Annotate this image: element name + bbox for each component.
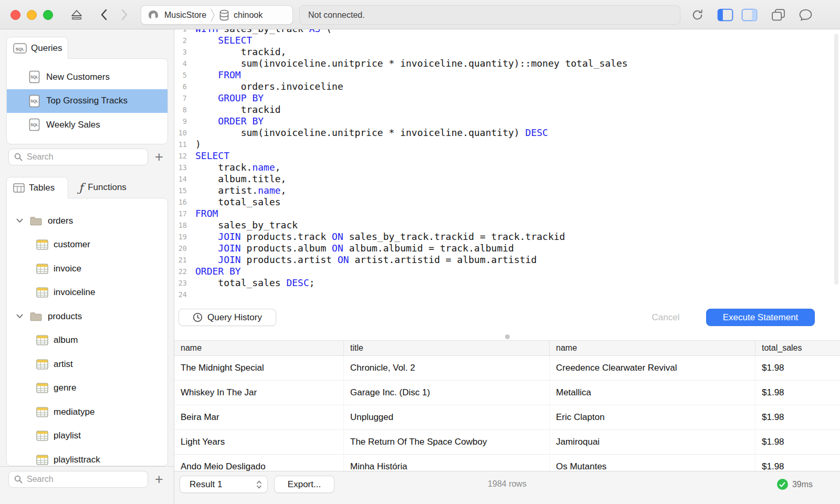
column-header-total_sales[interactable]: total_sales (755, 341, 840, 355)
column-header-name[interactable]: name (174, 341, 344, 355)
table-cell[interactable]: The Midnight Special (174, 356, 344, 381)
tree-item-invoice[interactable]: invoice (7, 257, 167, 281)
table-row[interactable]: Beira MarUnpluggedEric Clapton$1.98 (174, 405, 840, 430)
code-line[interactable]: 6 orders.invoiceline (174, 81, 840, 92)
chevron-down-icon[interactable] (16, 314, 24, 319)
code-line[interactable]: 1WITH sales_by_track AS ( (174, 29, 840, 35)
splitter-handle[interactable] (505, 334, 510, 339)
code-line[interactable]: 23 total_sales DESC; (174, 277, 840, 289)
code-line[interactable]: 11) (174, 139, 840, 150)
table-cell[interactable]: Minha História (344, 455, 550, 471)
code-line[interactable]: 14 album.title, (174, 173, 840, 185)
code-line[interactable]: 12SELECT (174, 150, 840, 162)
table-cell[interactable]: Metallica (550, 381, 755, 405)
toggle-panel-icon[interactable] (740, 0, 758, 29)
windows-icon[interactable] (770, 0, 786, 29)
table-row[interactable]: Whiskey In The JarGarage Inc. (Disc 1)Me… (174, 381, 840, 405)
result-selector[interactable]: Result 1 (180, 476, 268, 493)
code-line[interactable]: 16 total_sales (174, 196, 840, 208)
code-line[interactable]: 3 trackid, (174, 46, 840, 58)
column-header-name[interactable]: name (550, 341, 755, 355)
queries-search-input[interactable] (27, 152, 132, 162)
table-row[interactable]: Light YearsThe Return Of The Space Cowbo… (174, 430, 840, 455)
code-line[interactable]: 2 SELECT (174, 35, 840, 46)
execute-statement-button[interactable]: Execute Statement (706, 309, 815, 326)
add-query-button[interactable]: + (150, 148, 168, 166)
refresh-icon[interactable] (689, 0, 706, 29)
table-cell[interactable]: $1.98 (755, 405, 840, 430)
tables-search-field[interactable] (8, 471, 148, 488)
table-cell[interactable]: Whiskey In The Jar (174, 381, 344, 405)
chevron-down-icon[interactable] (16, 218, 24, 223)
toggle-sidebar-icon[interactable] (716, 0, 734, 29)
table-row[interactable]: The Midnight SpecialChronicle, Vol. 2Cre… (174, 356, 840, 381)
table-cell[interactable]: $1.98 (755, 356, 840, 381)
code-line[interactable]: 9 ORDER BY (174, 116, 840, 127)
code-line[interactable]: 4 sum(invoiceline.unitprice * invoicelin… (174, 58, 840, 69)
code-line[interactable]: 18 sales_by_track (174, 219, 840, 231)
queries-search-field[interactable] (8, 149, 148, 165)
table-cell[interactable]: Creedence Clearwater Revival (550, 356, 755, 381)
code-line[interactable]: 13 track.name, (174, 162, 840, 173)
table-cell[interactable]: Jamiroquai (550, 430, 755, 455)
back-button[interactable] (98, 0, 109, 29)
sidebar-item-query[interactable]: SQLNew Customers (7, 65, 167, 89)
table-cell[interactable]: $1.98 (755, 455, 840, 471)
add-table-button[interactable]: + (150, 470, 168, 489)
tab-queries[interactable]: SQL Queries (6, 37, 68, 59)
code-line[interactable]: 21 JOIN products.artist ON artist.artist… (174, 254, 840, 266)
table-cell[interactable]: Os Mutantes (550, 455, 755, 471)
minimize-window-button[interactable] (27, 10, 37, 20)
code-line[interactable]: 24 (174, 289, 840, 300)
editor-scrollbar[interactable] (834, 34, 838, 285)
code-line[interactable]: 10 sum(invoiceline.unitprice * invoiceli… (174, 127, 840, 139)
sql-text: , (275, 162, 281, 173)
code-line[interactable]: 17FROM (174, 208, 840, 219)
code-line[interactable]: 20 JOIN products.album ON album.albumid … (174, 243, 840, 254)
close-window-button[interactable] (10, 10, 20, 20)
zoom-window-button[interactable] (43, 10, 53, 20)
tree-item-playlist[interactable]: playlist (7, 424, 167, 448)
sql-editor[interactable]: 1WITH sales_by_track AS (2 SELECT3 track… (174, 29, 840, 309)
tree-item-products[interactable]: products (7, 304, 167, 329)
eject-icon[interactable] (69, 0, 85, 29)
tree-item-invoiceline[interactable]: invoiceline (7, 281, 167, 305)
export-button[interactable]: Export... (274, 476, 334, 493)
tree-item-artist[interactable]: artist (7, 352, 167, 376)
code-line[interactable]: 15 artist.name, (174, 185, 840, 196)
tree-item-mediatype[interactable]: mediatype (7, 400, 167, 424)
tree-item-orders[interactable]: orders (7, 209, 167, 233)
table-row[interactable]: Ando Meio DesligadoMinha HistóriaOs Muta… (174, 455, 840, 471)
table-cell[interactable]: Beira Mar (174, 405, 344, 430)
tree-item-customer[interactable]: customer (7, 233, 167, 257)
table-cell[interactable]: Light Years (174, 430, 344, 455)
table-cell[interactable]: $1.98 (755, 430, 840, 455)
breadcrumb-database[interactable]: chinook (219, 9, 262, 21)
connection-status-field[interactable]: Not connected. (299, 5, 680, 25)
tables-search-input[interactable] (27, 475, 132, 484)
table-cell[interactable]: Eric Clapton (550, 405, 755, 430)
tree-item-genre[interactable]: genre (7, 376, 167, 401)
code-line[interactable]: 19 JOIN products.track ON sales_by_track… (174, 231, 840, 243)
table-cell[interactable]: Ando Meio Desligado (174, 455, 344, 471)
table-cell[interactable]: $1.98 (755, 381, 840, 405)
sidebar-item-query[interactable]: SQLTop Grossing Tracks (7, 89, 167, 113)
table-cell[interactable]: Garage Inc. (Disc 1) (344, 381, 550, 405)
tab-functions[interactable]: ƒ Functions (79, 177, 127, 198)
feedback-bubble-icon[interactable] (797, 0, 814, 29)
query-history-button[interactable]: Query History (178, 309, 276, 326)
forward-button[interactable] (119, 0, 130, 29)
table-cell[interactable]: Unplugged (344, 405, 550, 430)
breadcrumb-server[interactable]: MusicStore (146, 9, 206, 22)
code-line[interactable]: 7 GROUP BY (174, 92, 840, 104)
tree-item-playlisttrack[interactable]: playlisttrack (7, 448, 167, 466)
tree-item-album[interactable]: album (7, 329, 167, 353)
column-header-title[interactable]: title (344, 341, 550, 355)
table-cell[interactable]: Chronicle, Vol. 2 (344, 356, 550, 381)
code-line[interactable]: 8 trackid (174, 104, 840, 116)
sidebar-item-query[interactable]: SQLWeekly Sales (7, 113, 167, 137)
table-cell[interactable]: The Return Of The Space Cowboy (344, 430, 550, 455)
tab-tables[interactable]: Tables (6, 177, 68, 198)
code-line[interactable]: 5 FROM (174, 69, 840, 81)
code-line[interactable]: 22ORDER BY (174, 266, 840, 277)
